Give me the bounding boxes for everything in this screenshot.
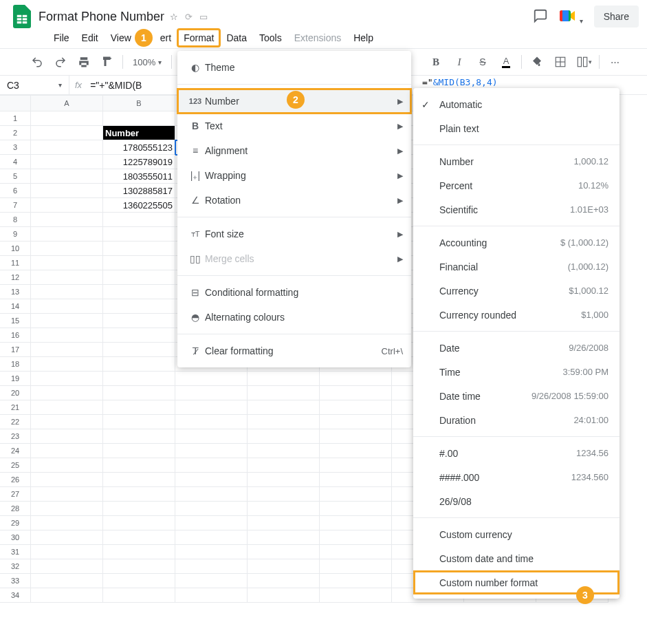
cell[interactable] [31, 545, 103, 559]
cell[interactable] [175, 516, 248, 530]
cell[interactable] [31, 559, 103, 574]
row-header[interactable]: 2 [0, 126, 31, 140]
cell[interactable] [103, 588, 175, 603]
cell[interactable] [31, 458, 103, 473]
merge-button[interactable]: ▾ [574, 52, 593, 72]
cell[interactable] [103, 227, 175, 242]
row-header[interactable]: 3 [0, 140, 31, 155]
number-menu-item[interactable]: ####.0001234.560 [413, 465, 619, 489]
cell[interactable] [31, 140, 103, 155]
cell[interactable] [103, 242, 175, 256]
row-header[interactable]: 24 [0, 444, 31, 458]
star-icon[interactable]: ☆ [170, 12, 178, 22]
number-menu-item[interactable]: Duration24:01:00 [413, 408, 619, 432]
cell[interactable] [320, 415, 392, 429]
print-button[interactable] [74, 52, 94, 72]
cell[interactable] [248, 502, 320, 516]
menu-item-clear-formatting[interactable]: T̷Clear formattingCtrl+\ [177, 339, 411, 363]
formula-input[interactable]: ="+"&MID(B [87, 80, 142, 91]
number-menu-item[interactable]: Date time9/26/2008 15:59:00 [413, 384, 619, 408]
cell[interactable] [320, 372, 392, 386]
cell[interactable] [175, 559, 248, 574]
row-header[interactable]: 13 [0, 285, 31, 299]
cell[interactable] [103, 111, 175, 126]
cell[interactable] [31, 444, 103, 458]
menu-tools[interactable]: Tools [254, 30, 287, 46]
cell[interactable] [31, 285, 103, 299]
document-title[interactable]: Format Phone Number [39, 10, 164, 24]
cell[interactable] [103, 299, 175, 314]
number-menu-item[interactable]: Time3:59:00 PM [413, 360, 619, 384]
cell[interactable]: Number [103, 126, 175, 140]
cell[interactable] [31, 111, 103, 126]
row-header[interactable]: 16 [0, 328, 31, 343]
cell[interactable] [320, 444, 392, 458]
menu-item-theme[interactable]: ◐Theme [177, 55, 411, 80]
number-menu-item[interactable]: 26/9/08 [413, 489, 619, 513]
cell[interactable] [103, 574, 175, 588]
cell[interactable] [320, 502, 392, 516]
menu-data[interactable]: Data [221, 30, 252, 46]
cell[interactable] [248, 516, 320, 530]
menu-item-rotation[interactable]: ∠Rotation▶ [177, 188, 411, 213]
cell[interactable] [103, 357, 175, 372]
row-header[interactable]: 27 [0, 487, 31, 502]
number-menu-item[interactable]: Custom currency [413, 522, 619, 546]
number-menu-item[interactable]: Plain text [413, 116, 619, 140]
cell[interactable] [103, 502, 175, 516]
cell[interactable] [320, 400, 392, 415]
cell[interactable] [320, 588, 392, 603]
cell[interactable] [31, 314, 103, 328]
number-menu-item[interactable]: Currency rounded$1,000 [413, 303, 619, 327]
text-color-button[interactable]: A [496, 52, 516, 72]
cell[interactable] [320, 559, 392, 574]
row-header[interactable]: 26 [0, 473, 31, 487]
cell[interactable] [320, 516, 392, 530]
menu-edit[interactable]: Edit [76, 30, 104, 46]
row-header[interactable]: 5 [0, 169, 31, 184]
cell[interactable] [175, 458, 248, 473]
cell[interactable] [320, 545, 392, 559]
cell[interactable] [175, 545, 248, 559]
cell[interactable] [175, 487, 248, 502]
menu-item-font-size[interactable]: ᴛTFont size▶ [177, 222, 411, 246]
cell[interactable] [31, 386, 103, 400]
share-button[interactable]: Share [594, 6, 639, 28]
row-header[interactable]: 30 [0, 530, 31, 545]
cell[interactable] [175, 444, 248, 458]
cell[interactable] [31, 574, 103, 588]
row-header[interactable]: 10 [0, 242, 31, 256]
row-header[interactable]: 8 [0, 213, 31, 227]
meet-icon[interactable]: ▾ [559, 8, 583, 25]
menu-view[interactable]: View [105, 30, 137, 46]
number-menu-item[interactable]: Financial(1,000.12) [413, 255, 619, 279]
cell[interactable] [103, 530, 175, 545]
row-header[interactable]: 4 [0, 155, 31, 169]
paint-format-button[interactable] [98, 52, 117, 72]
bold-button[interactable]: B [426, 52, 446, 72]
cell[interactable] [175, 574, 248, 588]
cell[interactable] [248, 386, 320, 400]
cell[interactable] [320, 458, 392, 473]
row-header[interactable]: 34 [0, 588, 31, 603]
number-menu-item[interactable]: Number1,000.12 [413, 149, 619, 173]
cell[interactable] [31, 516, 103, 530]
cell[interactable] [103, 372, 175, 386]
cell[interactable] [103, 487, 175, 502]
cell[interactable] [31, 357, 103, 372]
column-header[interactable]: A [31, 95, 103, 111]
cell[interactable] [320, 574, 392, 588]
number-menu-item[interactable]: #.001234.56 [413, 441, 619, 465]
row-header[interactable]: 9 [0, 227, 31, 242]
cell[interactable] [31, 256, 103, 270]
cell[interactable] [320, 429, 392, 444]
cell[interactable] [31, 155, 103, 169]
menu-item-alternating-colours[interactable]: ◓Alternating colours [177, 305, 411, 330]
row-header[interactable]: 23 [0, 429, 31, 444]
cell[interactable] [31, 126, 103, 140]
cell[interactable] [103, 400, 175, 415]
cell[interactable] [103, 314, 175, 328]
row-header[interactable]: 12 [0, 270, 31, 285]
cell[interactable] [175, 530, 248, 545]
number-menu-item[interactable]: Date9/26/2008 [413, 336, 619, 360]
